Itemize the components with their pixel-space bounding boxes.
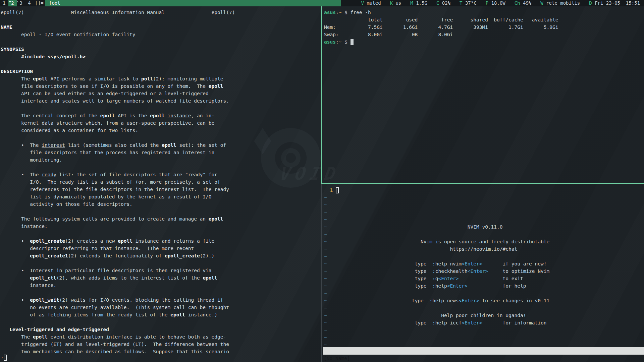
man-page-text[interactable]: epoll(7) Miscellaneous Information Manua… — [1, 6, 321, 354]
status-item-c: C 02% — [436, 0, 450, 6]
status-item-d: D Fri 23-05 15:51 — [589, 0, 640, 6]
nvim-statusline: [No Name] 0,0-1 All — [323, 347, 644, 355]
tag-button-3[interactable]: 3 — [17, 0, 25, 6]
pager-cursor — [4, 355, 7, 361]
status-item-k: K us — [390, 0, 401, 6]
pager-prompt: : — [1, 354, 4, 361]
tag-client-square — [17, 1, 19, 2]
tag-button-4[interactable]: 4 — [25, 0, 34, 6]
status-item-m: M 1.5G — [410, 0, 427, 6]
status-item-w: W rete mobilis — [540, 0, 580, 6]
tag-list: 1234 — [0, 0, 34, 6]
tag-client-square — [1, 1, 2, 2]
nvim-pane[interactable]: 1 ~ ~ ~ ~ ~ NVIM v0.11.0 ~ ~ Nvim is ope… — [323, 184, 644, 347]
layout-symbol[interactable]: []= — [34, 0, 45, 6]
focused-window-border-bottom — [321, 183, 644, 184]
statusline-file: [No Name] — [324, 355, 350, 362]
tag-client-square — [9, 1, 11, 2]
status-item-ch: Ch 49% — [515, 0, 532, 6]
tag-button-2[interactable]: 2 — [8, 0, 17, 6]
dwm-status-bar: 1234 []= foot V mutedK usM 1.5GC 02%T 37… — [0, 0, 644, 6]
status-item-p: P 18.0W — [486, 0, 505, 6]
terminal-pane[interactable]: asus:~ $ free -h total used free shared … — [324, 6, 644, 183]
status-item-v: V muted — [361, 0, 381, 6]
nvim-cursor — [336, 187, 339, 193]
nvim-buffer: 1 ~ ~ ~ ~ ~ NVIM v0.11.0 ~ ~ Nvim is ope… — [323, 184, 644, 347]
focused-window-border-left — [321, 6, 322, 184]
status-item-t: T 37°C — [460, 0, 477, 6]
pager-prompt-line: : — [1, 354, 7, 361]
tag-button-1[interactable]: 1 — [0, 0, 8, 6]
status-area: V mutedK usM 1.5GC 02%T 37°CP 18.0WCh 49… — [341, 0, 644, 6]
terminal-cursor — [351, 39, 354, 45]
nvim-window-border-left — [321, 184, 322, 362]
window-title: foot — [45, 0, 341, 6]
